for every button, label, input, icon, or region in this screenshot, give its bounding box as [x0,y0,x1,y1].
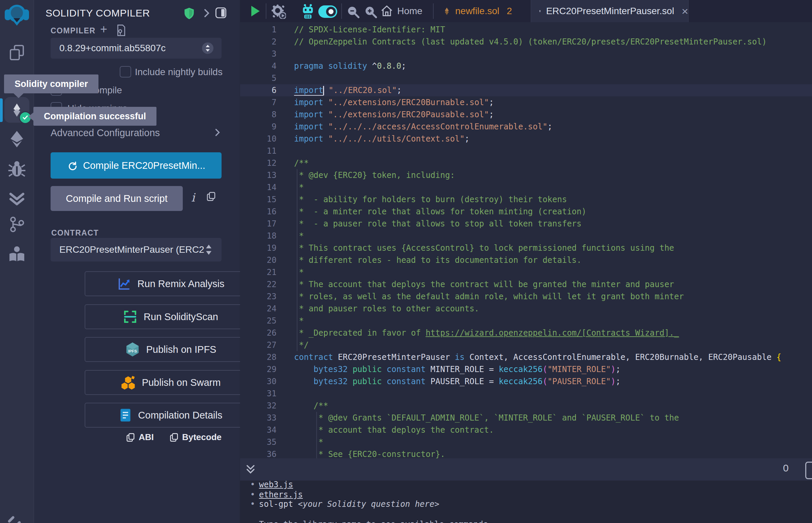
zoom-out-icon[interactable] [347,5,359,18]
code-line[interactable]: 6import "../ERC20.sol"; [240,84,812,96]
plugin-manager-icon[interactable] [0,515,34,523]
remix-logo[interactable] [0,3,34,28]
run-remix-analysis-button[interactable]: Run Remix Analysis [85,271,257,296]
tab-erc20presetminterpauser[interactable]: ERC20PresetMinterPauser.sol × [531,0,689,22]
code-line[interactable]: 18 * [240,230,812,242]
solidity-file-icon [442,6,451,16]
publish-ipfs-button[interactable]: IPFS Publish on IPFS [85,337,257,362]
tab-newfile-badge: 2 [507,6,512,17]
code-line[interactable]: 25 * [240,315,812,327]
code-line[interactable]: 7import "../extensions/ERC20Burnable.sol… [240,96,812,109]
script-config-gear-icon[interactable] [271,4,286,19]
code-line[interactable]: 13 * @dev {ERC20} token, including: [240,169,812,181]
terminal-listen-count: 0 [783,462,789,474]
tooltip-caret-icon [28,112,34,121]
code-line[interactable]: 29 bytes32 public constant MINTER_ROLE =… [240,363,812,375]
code-line[interactable]: 16 * - a minter role that allows for tok… [240,205,812,218]
terminal-link-web3[interactable]: web3.js [259,480,293,489]
terminal-output[interactable]: • web3.js • ethers.js • sol-gpt <your So… [240,481,812,523]
code-line[interactable]: 8import "../extensions/ERC20Pausable.sol… [240,109,812,121]
code-line[interactable]: 36 * See {ERC20-constructor}. [240,448,812,458]
collapse-terminal-icon[interactable] [246,464,255,475]
code-line[interactable]: 22 * The account that deploys the contra… [240,278,812,290]
chevron-right-icon[interactable] [202,7,212,20]
code-line[interactable]: 10import "../../../utils/Context.sol"; [240,133,812,145]
code-editor[interactable]: 1// SPDX-License-Identifier: MIT2// Open… [240,22,812,458]
code-line[interactable]: 20 * different roles - head to its docum… [240,254,812,266]
info-icon[interactable]: i [191,191,195,204]
code-line[interactable]: 15 * - ability for holders to burn (dest… [240,194,812,205]
code-line[interactable]: 4pragma solidity ^0.8.0; [240,60,812,72]
add-compiler-icon[interactable]: + [100,22,107,36]
pin-panel-icon[interactable] [215,7,227,19]
contract-select-value: ERC20PresetMinterPauser (ERC20 [59,244,204,255]
code-line[interactable]: 27 */ [240,339,812,351]
terminal-link-ethers[interactable]: ethers.js [259,490,303,500]
line-number: 32 [240,400,277,412]
compilation-details-button[interactable]: Compilation Details [85,403,257,428]
terminal-hint: Type the library name to see available c… [259,520,493,523]
compiler-version-select[interactable]: 0.8.29+commit.ab55807c [51,38,222,59]
tab-active-label: ERC20PresetMinterPauser.sol [546,6,674,17]
code-line[interactable]: 32 /** [240,400,812,412]
code-line[interactable]: 26 * _Deprecated in favor of https://wiz… [240,327,812,339]
code-line[interactable]: 9import "../../../access/AccessControlEn… [240,121,812,133]
code-line[interactable]: 30 bytes32 public constant PAUSER_ROLE =… [240,375,812,387]
code-line[interactable]: 12/** [240,157,812,169]
line-number: 19 [240,242,277,254]
zoom-in-icon[interactable] [364,5,377,18]
line-number: 22 [240,278,277,290]
ai-toggle[interactable] [318,5,337,18]
compile-button[interactable]: Compile ERC20PresetMin... [51,152,222,179]
run-solidityscan-button[interactable]: Run SolidityScan [85,304,257,329]
code-line[interactable]: 28contract ERC20PresetMinterPauser is Co… [240,351,812,363]
terminal-search-box[interactable] [805,462,812,479]
line-number: 10 [240,133,277,145]
code-line[interactable]: 23 * roles, as well as the default admin… [240,290,812,303]
code-line[interactable]: 31 [240,387,812,400]
code-line[interactable]: 34 * account that deploys the contract. [240,424,812,436]
code-line[interactable]: 19 * This contract uses {AccessControl} … [240,242,812,254]
ai-assistant-robot-icon[interactable] [300,3,316,20]
code-line[interactable]: 11 [240,145,812,157]
advanced-configurations[interactable]: Advanced Configurations [51,127,160,139]
publish-swarm-button[interactable]: Publish on Swarm [85,370,257,395]
tab-newfile[interactable]: newfile.sol 2 [442,0,512,22]
close-tab-icon[interactable]: × [682,5,688,18]
line-number: 11 [240,145,277,157]
code-line[interactable]: 17 * - a pauser role that allows to stop… [240,218,812,230]
code-line[interactable]: 2// OpenZeppelin Contracts (last updated… [240,36,812,48]
debugger-icon[interactable] [0,160,34,178]
file-explorer-icon[interactable] [0,44,34,61]
shield-icon[interactable] [184,7,195,20]
code-line[interactable]: 3 [240,48,812,60]
compiler-section-label: COMPILER [51,26,95,35]
run-script-icon[interactable] [250,5,260,17]
code-line[interactable]: 24 * and pauser roles to other accounts. [240,303,812,315]
code-line[interactable]: 21 * [240,266,812,278]
copy-abi-button[interactable]: ABI [126,432,154,443]
advanced-chevron-icon[interactable] [213,127,222,138]
contract-select[interactable]: ERC20PresetMinterPauser (ERC20 [51,238,222,262]
code-line[interactable]: 1// SPDX-License-Identifier: MIT [240,23,812,36]
deploy-run-icon[interactable] [0,130,34,148]
unit-testing-icon[interactable] [0,190,34,208]
line-number: 7 [240,96,277,109]
code-line[interactable]: 33 * @dev Grants `DEFAULT_ADMIN_ROLE`, `… [240,412,812,424]
compile-and-run-button[interactable]: Compile and Run script [51,186,183,211]
swarm-icon [121,375,135,390]
line-number: 31 [240,387,277,400]
copy-script-icon[interactable] [206,192,216,201]
code-line[interactable]: 14 * [240,181,812,194]
copy-bytecode-button[interactable]: Bytecode [169,432,222,443]
editor-topbar: Home newfile.sol 2 ERC20PresetMinterPaus… [240,0,812,22]
git-icon[interactable] [0,216,34,233]
code-line[interactable]: 35 * [240,436,812,448]
terminal-bar[interactable]: 0 [240,458,812,481]
code-line[interactable]: 5 [240,72,812,84]
nightly-builds-checkbox[interactable] [120,66,131,77]
license-badge-icon[interactable] [116,24,126,36]
contract-section-label: CONTRACT [51,229,99,238]
learn-icon[interactable] [0,245,34,263]
tab-home[interactable]: Home [381,5,423,18]
